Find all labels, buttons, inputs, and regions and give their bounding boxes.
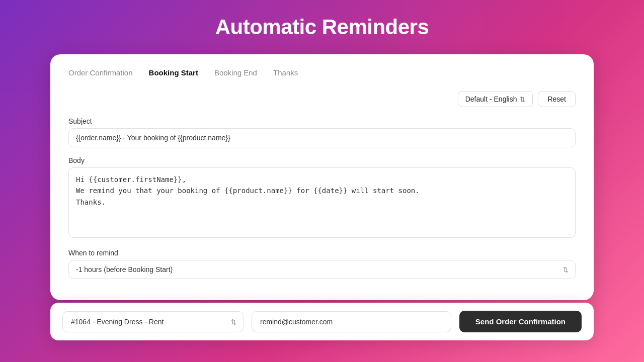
chevron-updown-icon: ⇅ (520, 96, 525, 103)
subject-input[interactable] (68, 128, 576, 147)
body-field-group: Body Hi {{customer.firstName}}, We remin… (68, 156, 576, 240)
body-label: Body (68, 156, 576, 164)
email-input[interactable] (252, 311, 451, 332)
tab-order-confirmation[interactable]: Order Confirmation (68, 68, 133, 79)
tab-thanks[interactable]: Thanks (273, 68, 298, 79)
body-textarea[interactable]: Hi {{customer.firstName}}, We remind you… (68, 167, 576, 238)
order-select[interactable]: #1064 - Evening Dress - Rent (62, 311, 244, 332)
tab-booking-end[interactable]: Booking End (214, 68, 257, 79)
when-label: When to remind (68, 249, 576, 257)
toolbar: Default - English ⇅ Reset (68, 91, 576, 107)
page-title: Automatic Reminders (215, 15, 429, 39)
language-selector[interactable]: Default - English ⇅ (458, 91, 533, 107)
language-label: Default - English (465, 95, 517, 103)
tabs-nav: Order Confirmation Booking Start Booking… (68, 68, 576, 79)
send-order-confirmation-button[interactable]: Send Order Confirmation (459, 311, 582, 332)
when-select-wrapper: -1 hours (before Booking Start) ⇅ (68, 260, 576, 279)
subject-label: Subject (68, 117, 576, 125)
main-card: Order Confirmation Booking Start Booking… (50, 54, 594, 300)
tab-booking-start[interactable]: Booking Start (149, 68, 198, 79)
reset-button[interactable]: Reset (538, 91, 576, 107)
when-select[interactable]: -1 hours (before Booking Start) (68, 260, 576, 279)
when-field-group: When to remind -1 hours (before Booking … (68, 249, 576, 279)
bottom-bar: #1064 - Evening Dress - Rent ⇅ Send Orde… (50, 303, 594, 340)
order-select-wrapper: #1064 - Evening Dress - Rent ⇅ (62, 311, 244, 332)
subject-field-group: Subject (68, 117, 576, 147)
